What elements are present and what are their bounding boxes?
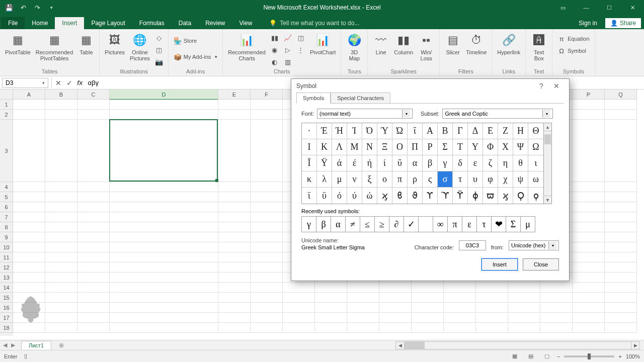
row-header[interactable]: 14 — [0, 283, 13, 293]
scroll-up-icon[interactable]: ▲ — [544, 123, 551, 131]
row-header[interactable]: 10 — [0, 242, 13, 252]
tab-data[interactable]: Data — [172, 17, 198, 29]
cell[interactable] — [444, 303, 476, 313]
cell[interactable] — [77, 202, 110, 212]
tell-me-search[interactable]: 💡Tell me what you want to do... — [264, 17, 364, 29]
cell[interactable] — [379, 313, 412, 323]
cell[interactable] — [45, 110, 77, 120]
cell[interactable] — [77, 182, 110, 192]
cell[interactable] — [605, 262, 637, 273]
cell[interactable] — [77, 293, 110, 303]
symbol-cell[interactable]: φ — [483, 171, 498, 188]
cell[interactable] — [251, 100, 283, 110]
cell[interactable] — [508, 293, 540, 303]
cell[interactable] — [251, 192, 283, 202]
ribbon-options-icon[interactable]: ▭ — [551, 0, 575, 15]
symbol-cell[interactable]: Ι — [302, 139, 317, 155]
cell[interactable] — [110, 110, 218, 120]
recent-symbol-cell[interactable] — [418, 216, 433, 232]
cell[interactable] — [476, 283, 508, 293]
recent-symbol-cell[interactable]: Σ — [506, 216, 521, 232]
cell[interactable] — [218, 110, 251, 120]
symbol-cell[interactable]: Π — [408, 139, 423, 155]
row-header[interactable]: 15 — [0, 293, 13, 303]
row-header[interactable]: 5 — [0, 192, 13, 202]
character-code-input[interactable] — [459, 240, 486, 250]
dialog-close-button[interactable]: ✕ — [549, 80, 564, 92]
line-chart-button[interactable]: 📈 — [282, 32, 294, 43]
close-icon[interactable]: ✕ — [621, 0, 644, 15]
zoom-level[interactable]: 100% — [626, 353, 640, 359]
col-header[interactable]: P — [573, 89, 605, 100]
cell[interactable] — [77, 222, 110, 232]
treemap-button[interactable]: ◫ — [295, 32, 307, 43]
cell[interactable] — [45, 262, 77, 273]
timeline-button[interactable]: ⏱Timeline — [464, 31, 489, 56]
recent-symbol-cell[interactable]: μ — [520, 216, 535, 232]
cell[interactable] — [379, 303, 412, 313]
cell[interactable] — [110, 273, 218, 283]
symbol-cell[interactable]: Ω — [528, 139, 543, 155]
cell[interactable] — [45, 323, 77, 333]
symbol-cell[interactable]: κ — [302, 171, 317, 188]
sparkline-line-button[interactable]: 〰Line — [371, 31, 391, 56]
cell[interactable] — [13, 212, 45, 222]
symbol-cell[interactable]: ή — [362, 155, 377, 171]
row-header[interactable]: 8 — [0, 222, 13, 232]
symbol-cell[interactable]: α — [408, 155, 423, 171]
symbol-cell[interactable]: Ϙ — [513, 188, 528, 204]
cell[interactable] — [218, 232, 251, 242]
cell[interactable] — [77, 313, 110, 323]
cell[interactable] — [13, 273, 45, 283]
symbol-cell[interactable]: ε — [468, 155, 483, 171]
symbol-cell[interactable]: Δ — [468, 123, 483, 139]
symbol-cell[interactable]: ϕ — [468, 188, 483, 204]
cell[interactable] — [476, 303, 508, 313]
col-header[interactable]: B — [45, 89, 77, 100]
cell[interactable] — [347, 293, 379, 303]
cell[interactable] — [412, 313, 444, 323]
symbol-cell[interactable]: ς — [423, 171, 438, 188]
scroll-down-icon[interactable]: ▼ — [544, 196, 551, 204]
cell[interactable] — [379, 323, 412, 333]
cell[interactable] — [110, 222, 218, 232]
recommended-pivot-button[interactable]: ▦Recommended PivotTables — [34, 31, 75, 62]
close-button[interactable]: Close — [523, 258, 559, 270]
cell[interactable] — [77, 283, 110, 293]
cell[interactable] — [77, 212, 110, 222]
cell[interactable] — [573, 283, 605, 293]
tab-special-characters[interactable]: Special Characters — [331, 93, 390, 104]
cell[interactable] — [13, 323, 45, 333]
cell[interactable] — [77, 273, 110, 283]
symbol-cell[interactable]: Η — [513, 123, 528, 139]
cell[interactable] — [13, 192, 45, 202]
cell[interactable] — [218, 202, 251, 212]
cell[interactable] — [283, 323, 315, 333]
cell[interactable] — [444, 283, 476, 293]
cancel-edit-button[interactable]: ✕ — [53, 77, 64, 88]
cell[interactable] — [605, 273, 637, 283]
my-addins-button[interactable]: 📦My Add-ins▾ — [172, 51, 219, 62]
cell[interactable] — [573, 232, 605, 242]
cell[interactable] — [110, 313, 218, 323]
cell[interactable] — [45, 100, 77, 110]
symbol-cell[interactable]: ώ — [362, 188, 377, 204]
cell[interactable] — [605, 242, 637, 252]
cell[interactable] — [605, 283, 637, 293]
tab-view[interactable]: View — [232, 17, 260, 29]
cell[interactable] — [45, 182, 77, 192]
cell[interactable] — [45, 212, 77, 222]
from-select[interactable]: Unicode (hex)▾ — [509, 240, 559, 250]
row-header[interactable]: 12 — [0, 262, 13, 273]
cell[interactable] — [251, 182, 283, 192]
symbol-cell[interactable]: Ο — [392, 139, 408, 155]
scroll-right-icon[interactable]: ▶ — [631, 341, 640, 349]
tab-formulas[interactable]: Formulas — [132, 17, 172, 29]
map-button[interactable]: 🌍3D Map — [344, 31, 364, 62]
symbol-cell[interactable]: Ύ — [377, 123, 392, 139]
cell[interactable] — [13, 252, 45, 262]
tab-insert[interactable]: Insert — [55, 17, 84, 29]
cell[interactable] — [605, 202, 637, 212]
symbol-cell[interactable]: Χ — [498, 139, 513, 155]
online-pictures-button[interactable]: 🌐Online Pictures — [128, 31, 152, 62]
